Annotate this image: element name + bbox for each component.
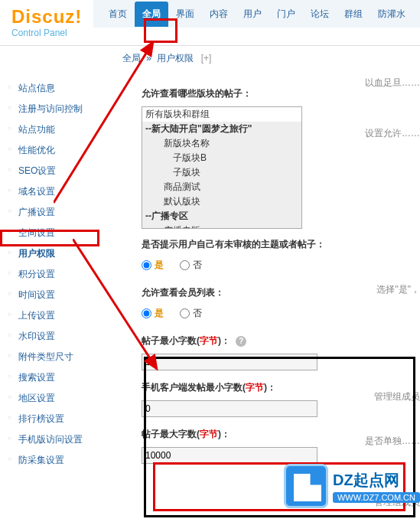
- forum-listbox[interactable]: 所有版块和群组--新大陆开启"圆梦之旅行" 新版块名称 子版块B 子版块 商品测…: [142, 106, 302, 229]
- logo-text: Discuz!: [11, 6, 82, 28]
- hint-text: 以血足旦……: [365, 77, 420, 90]
- sidebar-item[interactable]: 手机版访问设置: [0, 429, 111, 450]
- topnav-item[interactable]: 论坛: [303, 2, 337, 27]
- sidebar-item[interactable]: SEO设置: [0, 161, 111, 181]
- prompt-unaudited-label: 是否提示用户自己有未审核的主题或者帖子：: [142, 238, 420, 251]
- sidebar-item[interactable]: 水印设置: [0, 326, 111, 347]
- topnav-item[interactable]: 防灌水: [370, 2, 413, 27]
- help-icon[interactable]: ?: [236, 336, 246, 347]
- memberlist-yes-radio[interactable]: [142, 308, 151, 318]
- prompt-no-radio[interactable]: [180, 260, 190, 270]
- min-bytes-input[interactable]: [142, 354, 317, 370]
- mobile-min-bytes-input[interactable]: [142, 400, 317, 417]
- hint-text: 是否单独……: [365, 435, 420, 448]
- sidebar-item[interactable]: 性能优化: [0, 140, 111, 161]
- prompt-unaudited-radios: 是 否: [142, 259, 420, 272]
- breadcrumb-expand[interactable]: [+]: [201, 53, 212, 64]
- sidebar: 站点信息注册与访问控制站点功能性能优化SEO设置域名设置广播设置空间设置用户权限…: [0, 70, 111, 478]
- topnav-item[interactable]: 门户: [269, 2, 303, 27]
- sidebar-item[interactable]: 注册与访问控制: [0, 99, 111, 119]
- allow-memberlist-radios: 是 否: [142, 307, 420, 321]
- logo: Discuz! Control Panel: [0, 0, 93, 45]
- prompt-yes-radio[interactable]: [142, 260, 151, 270]
- listbox-option[interactable]: 广播专版: [142, 223, 301, 229]
- sidebar-item[interactable]: 防采集设置: [0, 450, 111, 471]
- sidebar-item[interactable]: 上传设置: [0, 305, 111, 326]
- topnav-item[interactable]: 全局: [135, 2, 168, 27]
- topnav-item[interactable]: 首页: [101, 2, 135, 27]
- listbox-option[interactable]: 商品测试: [142, 180, 301, 194]
- topnav-item[interactable]: 用户: [236, 2, 269, 27]
- memberlist-yes-option[interactable]: 是: [142, 307, 164, 320]
- watermark-text: DZ起点网: [333, 470, 420, 491]
- logo-subtitle: Control Panel: [11, 28, 82, 38]
- watermark-url: WWW.DZ7.COM.CN: [333, 492, 420, 503]
- sidebar-item[interactable]: 附件类型尺寸: [0, 347, 111, 367]
- sidebar-item[interactable]: 站点信息: [0, 78, 111, 99]
- listbox-option[interactable]: 所有版块和群组: [142, 107, 301, 122]
- sidebar-item[interactable]: 空间设置: [0, 223, 111, 243]
- hint-text: 选择"是"，: [376, 283, 420, 296]
- sidebar-item[interactable]: 广播设置: [0, 202, 111, 223]
- sidebar-item[interactable]: 地区设置: [0, 388, 111, 409]
- sidebar-item[interactable]: 积分设置: [0, 264, 111, 285]
- min-bytes-label: 帖子最小字数(字节)： ?: [142, 334, 420, 347]
- hint-text: 设置允许……: [365, 127, 420, 140]
- sidebar-item[interactable]: 排行榜设置: [0, 409, 111, 429]
- sidebar-item[interactable]: 站点功能: [0, 119, 111, 140]
- watermark-logo-icon: [284, 464, 328, 508]
- top-nav: 首页全局界面内容用户门户论坛群组防灌水运: [93, 0, 420, 28]
- hint-text: 管理组成员: [374, 390, 420, 403]
- memberlist-no-option[interactable]: 否: [180, 307, 202, 320]
- topnav-item[interactable]: 运: [413, 2, 420, 27]
- prompt-yes-option[interactable]: 是: [142, 259, 164, 272]
- sidebar-item[interactable]: 用户权限: [0, 243, 111, 264]
- listbox-option[interactable]: 新版块名称: [142, 136, 301, 151]
- listbox-option[interactable]: --新大陆开启"圆梦之旅行": [142, 122, 301, 136]
- topnav-item[interactable]: 群组: [337, 2, 370, 27]
- sidebar-item[interactable]: 域名设置: [0, 181, 111, 202]
- listbox-option[interactable]: 子版块B: [142, 151, 301, 165]
- watermark: DZ起点网 WWW.DZ7.COM.CN: [284, 464, 420, 508]
- listbox-option[interactable]: --广播专区: [142, 209, 301, 223]
- prompt-no-option[interactable]: 否: [180, 259, 202, 272]
- sidebar-item[interactable]: 时间设置: [0, 285, 111, 305]
- breadcrumb-root[interactable]: 全局: [122, 53, 141, 64]
- breadcrumb-current[interactable]: 用户权限: [157, 53, 194, 64]
- sidebar-item[interactable]: 搜索设置: [0, 367, 111, 388]
- topnav-item[interactable]: 内容: [202, 2, 236, 27]
- breadcrumb: 全局 » 用户权限 [+]: [122, 47, 211, 70]
- listbox-option[interactable]: 默认版块: [142, 194, 301, 209]
- topnav-item[interactable]: 界面: [168, 2, 202, 27]
- listbox-option[interactable]: 子版块: [142, 165, 301, 180]
- max-bytes-input[interactable]: [142, 447, 317, 464]
- memberlist-no-radio[interactable]: [180, 308, 190, 318]
